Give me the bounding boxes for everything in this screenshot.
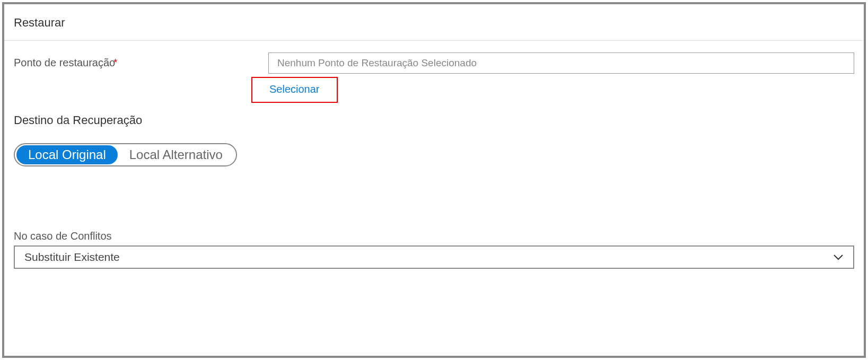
dialog-body: Ponto de restauração* Nenhum Ponto de Re… (4, 41, 864, 269)
destination-heading: Destino da Recuperação (14, 113, 854, 127)
required-asterisk-icon: * (113, 57, 117, 68)
restore-point-row: Ponto de restauração* Nenhum Ponto de Re… (14, 52, 854, 103)
destination-alternative-option[interactable]: Local Alternativo (118, 145, 234, 164)
conflicts-dropdown[interactable]: Substituir Existente (14, 245, 854, 269)
chevron-down-icon (833, 254, 844, 260)
restore-point-label-col: Ponto de restauração* (14, 52, 268, 69)
dialog-header: Restaurar (4, 4, 864, 41)
destination-toggle: Local Original Local Alternativo (14, 143, 237, 166)
conflicts-selected-value: Substituir Existente (24, 251, 120, 264)
destination-original-option[interactable]: Local Original (16, 145, 118, 164)
conflicts-label: No caso de Conflitos (14, 230, 854, 242)
dialog-title: Restaurar (14, 16, 854, 30)
restore-point-input[interactable]: Nenhum Ponto de Restauração Selecionado (268, 52, 854, 74)
restore-dialog: Restaurar Ponto de restauração* Nenhum P… (2, 2, 866, 358)
restore-point-placeholder: Nenhum Ponto de Restauração Selecionado (277, 57, 477, 69)
restore-point-label: Ponto de restauração (14, 57, 115, 68)
select-restore-point-link[interactable]: Selecionar (269, 83, 320, 95)
select-link-highlight: Selecionar (251, 77, 338, 103)
restore-point-field-col: Nenhum Ponto de Restauração Selecionado … (268, 52, 854, 103)
